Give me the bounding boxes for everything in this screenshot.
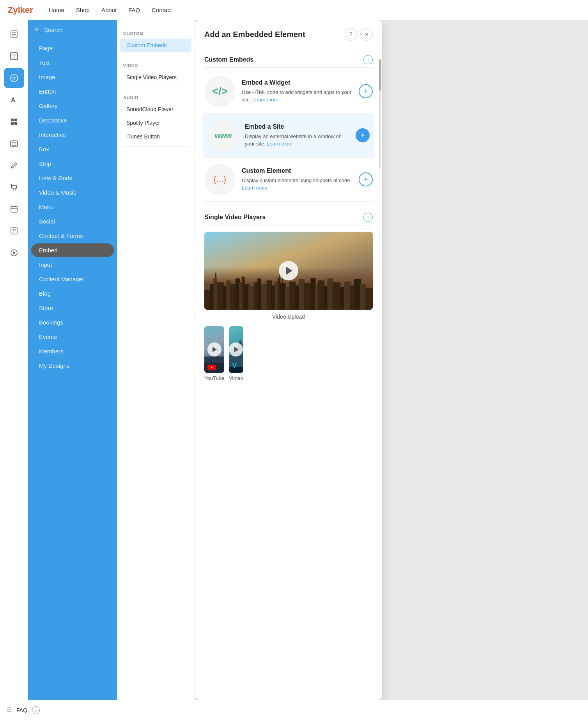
custom-element-desc: Display custom elements using snippets o… (242, 177, 352, 192)
category-item-lists--grids[interactable]: Lists & Grids (31, 171, 114, 185)
nav-faq[interactable]: FAQ (128, 7, 140, 13)
category-item-gallery[interactable]: Gallery (31, 99, 114, 113)
embed-site-desc: Display an external website in a window … (245, 133, 349, 148)
vimeo-thumbnail[interactable]: V (229, 326, 243, 373)
category-item-blog[interactable]: Blog (31, 287, 114, 300)
scrollbar-thumb[interactable] (379, 59, 381, 90)
custom-embeds-info-icon[interactable]: i (363, 55, 373, 64)
svg-rect-16 (12, 142, 16, 145)
category-item-button[interactable]: Button (31, 85, 114, 98)
embed-widget-info: Embed a Widget Use HTML code to add widg… (242, 79, 352, 104)
category-item-social[interactable]: Social (31, 215, 114, 228)
embed-widget-title: Embed a Widget (242, 79, 352, 86)
nav-shop[interactable]: Shop (76, 7, 90, 13)
youtube-play-btn[interactable] (207, 342, 221, 356)
widget-learn-more[interactable]: Learn more (252, 97, 278, 103)
category-item-text[interactable]: Text (31, 56, 114, 69)
nav-contact[interactable]: Contact (152, 7, 172, 13)
svg-rect-11 (11, 119, 14, 121)
category-item-contact--forms[interactable]: Contact & Forms (31, 229, 114, 243)
nav-home[interactable]: Home (49, 7, 64, 13)
sub-section-label-2: AUDIO (117, 90, 195, 102)
embed-site-card: www Embed a Site Display an external web… (203, 113, 374, 158)
sub-divider-2 (123, 146, 188, 147)
category-item-video--music[interactable]: Video & Music (31, 186, 114, 199)
category-item-page[interactable]: Page (31, 41, 114, 55)
nav-links: Home Shop About FAQ Contact (49, 7, 172, 13)
sub-section-label-0: CUSTOM (117, 27, 195, 38)
add-elements-icon-btn[interactable] (4, 68, 24, 88)
vimeo-label: Vimeo (229, 375, 243, 381)
video-players-header: Single Video Players i (204, 213, 373, 225)
youtube-logo (207, 365, 216, 370)
svg-rect-67 (360, 284, 366, 310)
category-item-events[interactable]: Events (31, 330, 114, 344)
video-upload-play-btn[interactable] (279, 261, 298, 280)
category-item-box[interactable]: Box (31, 142, 114, 156)
pages-icon-btn[interactable] (4, 24, 24, 44)
close-button[interactable]: × (360, 28, 373, 41)
add-custom-element-button[interactable]: + (359, 172, 373, 186)
category-item-strip[interactable]: Strip (31, 157, 114, 170)
category-item-embed[interactable]: Embed (31, 243, 114, 257)
nav-about[interactable]: About (101, 7, 117, 13)
category-item-store[interactable]: Store (31, 301, 114, 315)
category-item-image[interactable]: Image (31, 70, 114, 84)
category-item-input[interactable]: Input (31, 258, 114, 271)
svg-rect-32 (215, 273, 216, 278)
custom-element-icon-wrap: {...} (204, 164, 236, 195)
svg-rect-31 (213, 278, 217, 310)
search-label: Search (44, 27, 63, 33)
category-item-interactive[interactable]: Interactive (31, 128, 114, 142)
youtube-thumbnail[interactable] (204, 326, 224, 373)
sub-item-soundcloud-player[interactable]: SoundCloud Player (120, 103, 191, 116)
panel-scrollbar[interactable] (379, 59, 381, 168)
icon-sidebar: A A (0, 20, 28, 720)
category-item-menu[interactable]: Menu (31, 200, 114, 214)
category-item-bookings[interactable]: Bookings (31, 316, 114, 329)
pen-icon-btn[interactable] (4, 155, 24, 176)
sub-panel-sections: CUSTOMCustom EmbedsVIDEOSingle Video Pla… (117, 27, 195, 147)
curly-icon: {...} (213, 174, 226, 184)
list-icon-btn[interactable] (4, 221, 24, 241)
category-item-members[interactable]: Members (31, 344, 114, 358)
page-info-icon[interactable]: i (32, 706, 40, 714)
search-container[interactable]: 🔍 Search (28, 27, 117, 38)
top-bar: Zylker Home Shop About FAQ Contact (0, 0, 588, 20)
store-icon-btn[interactable] (4, 177, 24, 197)
category-item-content-manager[interactable]: Content Manager (31, 272, 114, 286)
video-players-title: Single Video Players (204, 214, 266, 221)
search-box[interactable]: 🔍 Search (34, 27, 111, 33)
apps-icon-btn[interactable] (4, 112, 24, 132)
youtube-play-triangle-icon (213, 347, 217, 352)
custom-element-learn-more[interactable]: Learn more (242, 185, 267, 191)
code-icon: </> (212, 85, 228, 98)
sub-item-custom-embeds[interactable]: Custom Embeds (120, 39, 191, 52)
vimeo-play-btn[interactable] (229, 342, 243, 356)
calendar-icon-btn[interactable] (4, 199, 24, 219)
media-icon-btn[interactable] (4, 133, 24, 154)
video-upload-thumbnail[interactable] (204, 232, 373, 310)
main-panel: Add an Embedded Element ? × Custom Embed… (195, 20, 382, 700)
layout-icon-btn[interactable] (4, 46, 24, 66)
app-market-icon-btn[interactable]: A (4, 243, 24, 263)
video-section: Single Video Players i (195, 205, 382, 389)
custom-element-title: Custom Element (242, 167, 352, 174)
sub-item-spotify-player[interactable]: Spotify Player (120, 116, 191, 129)
vimeo-container: V Vimeo (229, 326, 243, 381)
custom-embeds-header: Custom Embeds i (204, 55, 373, 68)
add-widget-button[interactable]: + (359, 84, 373, 98)
svg-text:A: A (11, 97, 16, 103)
help-button[interactable]: ? (345, 28, 357, 41)
add-site-button[interactable]: + (356, 128, 370, 142)
category-item-my-designs[interactable]: My Designs (31, 359, 114, 372)
category-item-decorative[interactable]: Decorative (31, 113, 114, 127)
vimeo-logo: V (232, 362, 237, 370)
text-themes-icon-btn[interactable]: A (4, 90, 24, 110)
site-learn-more[interactable]: Learn more (267, 141, 292, 147)
sub-divider-0 (123, 55, 188, 55)
sub-item-itunes-button[interactable]: iTunes Button (120, 130, 191, 143)
sub-item-single-video-players[interactable]: Single Video Players (120, 71, 191, 84)
video-players-info-icon[interactable]: i (363, 213, 373, 222)
sub-divider-1 (123, 87, 188, 87)
